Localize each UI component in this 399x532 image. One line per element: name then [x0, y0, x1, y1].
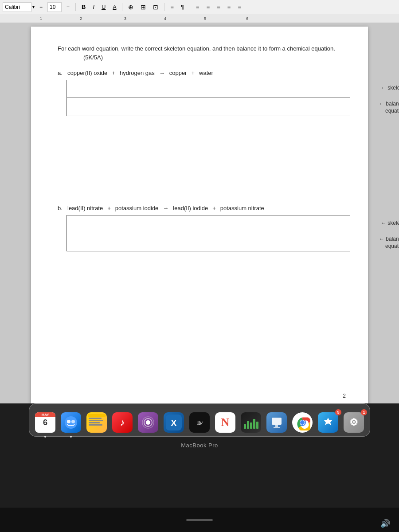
- bar-5: [256, 422, 258, 429]
- underline-button[interactable]: U: [99, 2, 108, 12]
- font-name-input[interactable]: [3, 2, 31, 12]
- svg-point-14: [300, 420, 305, 425]
- ruler-inner: 1 2 3 4 5 6: [0, 14, 399, 23]
- answer-box-a-row1[interactable]: ← skeleton: [67, 80, 350, 98]
- finder-icon: [61, 412, 81, 433]
- answer-box-a[interactable]: ← skeleton ← balanced equation: [66, 80, 350, 116]
- toolbar-separator-2: [122, 3, 122, 11]
- xcode-dock-item[interactable]: X: [162, 411, 185, 434]
- media-button[interactable]: ⊡: [151, 2, 160, 12]
- keynote-dock-item[interactable]: [265, 411, 288, 434]
- screen-bottom: 🔊: [0, 508, 399, 532]
- bottom-area: MAY 6: [0, 403, 399, 508]
- skeleton-label-a: ← skeleton: [381, 85, 399, 92]
- notes-icon: [86, 412, 107, 433]
- document-page: For each word equation, write the correc…: [31, 27, 368, 403]
- bar-4: [253, 419, 255, 429]
- notes-dock-item[interactable]: [85, 411, 108, 434]
- appletv-dock-item[interactable]: tv: [188, 411, 211, 434]
- toolbar-separator-3: [164, 3, 164, 11]
- image-button[interactable]: ⊞: [138, 2, 148, 12]
- list-button[interactable]: ≡: [168, 2, 176, 12]
- appstore-icon: [318, 412, 338, 433]
- ruler-mark-2: 2: [80, 16, 82, 21]
- bold-button[interactable]: B: [79, 2, 88, 12]
- svg-point-1: [67, 420, 70, 423]
- problem-b-reactant1: lead(II) nitrate: [67, 205, 103, 211]
- plus-1: +: [112, 70, 115, 76]
- bar-chart: [244, 416, 258, 429]
- ruler-mark-6: 6: [246, 16, 248, 21]
- news-letter: N: [221, 416, 230, 429]
- balanced-label-a: ← balanced equation: [379, 101, 399, 114]
- font-dropdown-arrow[interactable]: ▾: [32, 4, 35, 9]
- problem-b-letter: b.: [58, 205, 65, 211]
- bar-3: [250, 422, 252, 429]
- balanced-label-b: ← balanced equation: [379, 236, 399, 250]
- appstore-badge: 5: [335, 409, 341, 415]
- calendar-month: MAY: [35, 412, 55, 417]
- problem-a-product2: water: [199, 70, 213, 76]
- appstore-dock-item[interactable]: 5: [317, 411, 340, 434]
- answer-box-b-row2[interactable]: ← balanced equation: [67, 233, 350, 251]
- tv-icon: tv: [189, 412, 210, 433]
- toolbar: ▾ − + B I U A ⊕ ⊞ ⊡ ≡ ¶ ≡ ≡ ≡ ≡ ≡: [0, 0, 399, 14]
- link-button[interactable]: ⊕: [126, 2, 136, 12]
- problem-b-reactant2: potassium iodide: [115, 205, 159, 211]
- problem-a-product1: copper: [169, 70, 187, 76]
- svg-point-0: [65, 416, 77, 429]
- syspref-badge: 1: [361, 409, 367, 415]
- italic-button[interactable]: I: [90, 2, 97, 12]
- chrome-icon: [292, 412, 313, 433]
- chrome-dock-item[interactable]: [291, 411, 314, 434]
- macbook-label: MacBook Pro: [181, 442, 218, 449]
- problem-a: a. copper(II) oxide + hydrogen gas → cop…: [58, 70, 346, 116]
- calendar-active-dot: [44, 436, 46, 438]
- xcode-svg: X: [166, 415, 182, 430]
- arrow-1: →: [159, 70, 165, 76]
- news-dock-item[interactable]: N: [214, 411, 237, 434]
- calendar-icon: MAY 6: [35, 412, 55, 433]
- align-button[interactable]: ≡: [194, 2, 202, 12]
- syspref-icon: ⚙: [344, 412, 364, 433]
- music-dock-item[interactable]: ♪: [111, 411, 134, 434]
- font-size-decrease-button[interactable]: −: [37, 2, 45, 12]
- answer-box-a-wrapper: ← skeleton ← balanced equation: [58, 80, 346, 116]
- problem-a-reactant2: hydrogen gas: [120, 70, 155, 76]
- arrow-2: →: [163, 205, 168, 211]
- plus-3: +: [107, 205, 111, 211]
- page-number: 2: [343, 393, 346, 399]
- appstore-svg: [321, 416, 335, 429]
- font-size-increase-button[interactable]: +: [64, 2, 72, 12]
- answer-box-b-row1[interactable]: ← skeleton: [67, 215, 350, 233]
- right-align-button[interactable]: ≡: [225, 2, 233, 12]
- problem-a-reactant1: copper(II) oxide: [67, 70, 107, 76]
- calendar-dock-item[interactable]: MAY 6: [34, 411, 57, 434]
- bar-1: [244, 424, 246, 429]
- paragraph-button[interactable]: ¶: [179, 2, 186, 12]
- xcode-icon: X: [164, 412, 184, 433]
- indent-button[interactable]: ≡: [204, 2, 212, 12]
- podcasts-svg: [142, 416, 154, 429]
- font-size-input[interactable]: [47, 2, 62, 12]
- calendar-day: 6: [35, 417, 55, 427]
- syspref-dock-item[interactable]: ⚙ 1: [342, 411, 365, 434]
- outdent-button[interactable]: ≡: [215, 2, 223, 12]
- toolbar-separator-4: [190, 3, 190, 11]
- home-indicator: [186, 519, 213, 521]
- problem-a-letter: a.: [58, 70, 65, 76]
- volume-icon: 🔊: [380, 519, 390, 528]
- stocks-dock-item[interactable]: [239, 411, 262, 434]
- strikethrough-button[interactable]: A: [110, 2, 118, 12]
- notes-lines: [86, 412, 107, 429]
- finder-dock-item[interactable]: [59, 411, 82, 434]
- toolbar-separator-1: [75, 3, 76, 11]
- answer-box-b[interactable]: ← skeleton ← balanced equation: [66, 215, 350, 251]
- podcasts-dock-item[interactable]: [137, 411, 160, 434]
- justify-button[interactable]: ≡: [235, 2, 243, 12]
- ruler-mark-3: 3: [124, 16, 126, 21]
- problem-a-label: a. copper(II) oxide + hydrogen gas → cop…: [58, 70, 346, 76]
- svg-rect-8: [272, 418, 282, 425]
- page-wrapper: For each word equation, write the correc…: [0, 23, 399, 403]
- answer-box-a-row2[interactable]: ← balanced equation: [67, 98, 350, 116]
